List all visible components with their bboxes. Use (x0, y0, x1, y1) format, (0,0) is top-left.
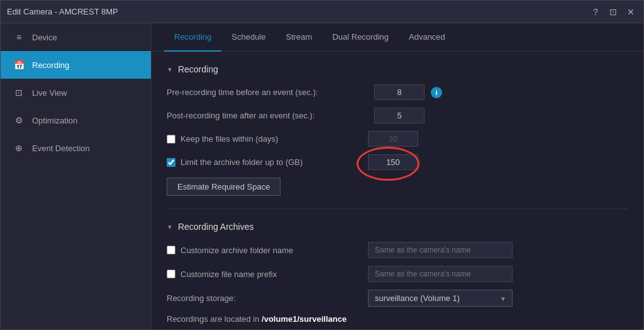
customize-prefix-label[interactable]: Customize file name prefix (167, 270, 362, 279)
archives-section-header: ▼ Recording Archives (167, 222, 628, 232)
storage-label: Recording storage: (167, 293, 362, 303)
sidebar-item-recording-label: Recording (32, 60, 69, 70)
storage-select[interactable]: surveillance (Volume 1) (368, 290, 513, 307)
archives-section-title: Recording Archives (178, 222, 254, 232)
main-window: Edit Camera - AMCREST 8MP ? ⊡ ✕ ≡ Device… (0, 0, 644, 330)
sidebar-item-recording[interactable]: 📅 Recording (1, 51, 151, 79)
tab-advanced[interactable]: Advanced (399, 23, 455, 52)
tab-schedule[interactable]: Schedule (221, 23, 275, 52)
estimate-button[interactable]: Estimate Required Space (167, 178, 280, 196)
path-value: /volume1/surveillance (262, 314, 347, 324)
post-recording-input[interactable] (374, 108, 425, 123)
keep-files-row: Keep the files within (days) (167, 131, 628, 147)
customize-folder-checkbox[interactable] (167, 246, 175, 254)
pre-recording-row: Pre-recording time before an event (sec.… (167, 84, 628, 100)
list-icon: ≡ (13, 32, 25, 42)
tab-stream[interactable]: Stream (275, 23, 322, 52)
customize-prefix-checkbox[interactable] (167, 270, 175, 278)
storage-row: Recording storage: surveillance (Volume … (167, 290, 628, 307)
limit-archive-checkbox[interactable] (167, 158, 175, 167)
limit-archive-value-wrapper (368, 154, 418, 170)
limit-archive-label[interactable]: Limit the archive folder up to (GB) (167, 157, 362, 167)
sidebar: ≡ Device 📅 Recording ⊡ Live View ⚙ Optim… (1, 23, 152, 329)
window-controls: ? ⊡ ✕ (589, 7, 637, 17)
main-area: ≡ Device 📅 Recording ⊡ Live View ⚙ Optim… (1, 23, 643, 329)
customize-prefix-text: Customize file name prefix (180, 270, 277, 279)
sidebar-item-event-detection-label: Event Detection (32, 144, 90, 153)
limit-archive-text: Limit the archive folder up to (GB) (180, 157, 303, 167)
keep-files-checkbox[interactable] (167, 135, 175, 144)
content-body: ▼ Recording Pre-recording time before an… (152, 52, 643, 329)
pre-recording-input[interactable] (374, 84, 425, 100)
help-button[interactable]: ? (589, 7, 602, 17)
customize-folder-row: Customize archive folder name (167, 242, 628, 258)
post-recording-row: Post-recording time after an event (sec.… (167, 108, 628, 123)
recording-section-title: Recording (178, 64, 218, 74)
sidebar-item-liveview[interactable]: ⊡ Live View (1, 79, 151, 106)
pre-recording-info-icon[interactable]: i (431, 87, 442, 98)
crosshair-icon: ⊕ (13, 143, 25, 153)
tab-dual-recording[interactable]: Dual Recording (322, 23, 399, 52)
tabs-bar: Recording Schedule Stream Dual Recording… (152, 23, 643, 52)
sidebar-item-device-label: Device (32, 33, 57, 42)
customize-prefix-row: Customize file name prefix (167, 266, 628, 282)
customize-folder-label[interactable]: Customize archive folder name (167, 246, 362, 255)
titlebar: Edit Camera - AMCREST 8MP ? ⊡ ✕ (1, 1, 643, 23)
limit-archive-row: Limit the archive folder up to (GB) (167, 154, 628, 170)
sidebar-item-optimization[interactable]: ⚙ Optimization (1, 106, 151, 134)
keep-files-label[interactable]: Keep the files within (days) (167, 134, 362, 144)
limit-archive-input[interactable] (368, 154, 418, 170)
storage-select-wrapper: surveillance (Volume 1) (368, 290, 513, 307)
sidebar-item-device[interactable]: ≡ Device (1, 23, 151, 51)
close-button[interactable]: ✕ (625, 7, 637, 17)
customize-folder-text: Customize archive folder name (180, 246, 293, 255)
monitor-icon: ⊡ (13, 88, 25, 98)
path-label: Recordings are located in (167, 314, 259, 324)
tab-recording[interactable]: Recording (164, 23, 221, 52)
sidebar-item-event-detection[interactable]: ⊕ Event Detection (1, 134, 151, 162)
chevron-down-icon: ▼ (167, 66, 173, 73)
content-area: Recording Schedule Stream Dual Recording… (152, 23, 643, 329)
pre-recording-label: Pre-recording time before an event (sec.… (167, 88, 368, 97)
recordings-path-row: Recordings are located in /volume1/surve… (167, 314, 628, 324)
sidebar-item-optimization-label: Optimization (32, 116, 77, 125)
window-title: Edit Camera - AMCREST 8MP (7, 7, 589, 16)
keep-files-text: Keep the files within (days) (180, 134, 278, 144)
customize-folder-input[interactable] (368, 242, 513, 258)
section-divider (167, 208, 628, 209)
recording-section-header: ▼ Recording (167, 64, 628, 74)
post-recording-label: Post-recording time after an event (sec.… (167, 111, 368, 120)
keep-files-input[interactable] (368, 131, 418, 147)
archives-chevron-icon: ▼ (167, 224, 173, 230)
estimate-row: Estimate Required Space (167, 178, 628, 196)
maximize-button[interactable]: ⊡ (607, 7, 619, 17)
sidebar-item-liveview-label: Live View (32, 88, 67, 98)
customize-prefix-input[interactable] (368, 266, 513, 282)
calendar-icon: 📅 (13, 60, 25, 70)
gear-icon: ⚙ (13, 115, 25, 125)
